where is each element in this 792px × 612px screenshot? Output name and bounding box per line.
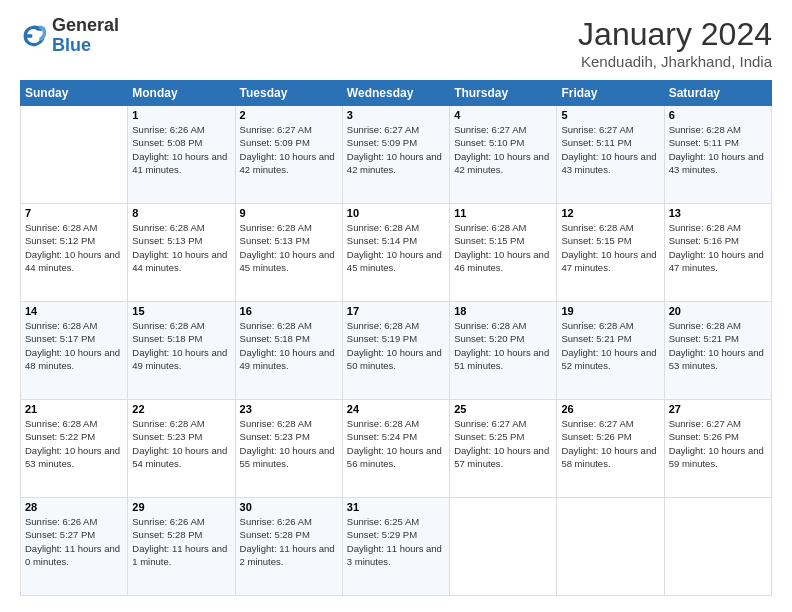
header-row: SundayMondayTuesdayWednesdayThursdayFrid… [21,81,772,106]
day-info: Sunrise: 6:28 AMSunset: 5:24 PMDaylight:… [347,417,445,470]
day-cell [21,106,128,204]
day-number: 11 [454,207,552,219]
day-number: 17 [347,305,445,317]
day-cell: 18Sunrise: 6:28 AMSunset: 5:20 PMDayligh… [450,302,557,400]
day-info: Sunrise: 6:28 AMSunset: 5:21 PMDaylight:… [561,319,659,372]
day-number: 18 [454,305,552,317]
day-info: Sunrise: 6:28 AMSunset: 5:18 PMDaylight:… [132,319,230,372]
day-cell: 16Sunrise: 6:28 AMSunset: 5:18 PMDayligh… [235,302,342,400]
day-number: 22 [132,403,230,415]
day-info: Sunrise: 6:26 AMSunset: 5:28 PMDaylight:… [240,515,338,568]
day-cell: 24Sunrise: 6:28 AMSunset: 5:24 PMDayligh… [342,400,449,498]
day-number: 28 [25,501,123,513]
day-number: 29 [132,501,230,513]
day-number: 21 [25,403,123,415]
day-cell: 12Sunrise: 6:28 AMSunset: 5:15 PMDayligh… [557,204,664,302]
day-info: Sunrise: 6:26 AMSunset: 5:08 PMDaylight:… [132,123,230,176]
day-cell: 1Sunrise: 6:26 AMSunset: 5:08 PMDaylight… [128,106,235,204]
day-cell: 17Sunrise: 6:28 AMSunset: 5:19 PMDayligh… [342,302,449,400]
day-cell: 9Sunrise: 6:28 AMSunset: 5:13 PMDaylight… [235,204,342,302]
day-cell: 15Sunrise: 6:28 AMSunset: 5:18 PMDayligh… [128,302,235,400]
day-number: 24 [347,403,445,415]
day-info: Sunrise: 6:28 AMSunset: 5:16 PMDaylight:… [669,221,767,274]
day-cell: 30Sunrise: 6:26 AMSunset: 5:28 PMDayligh… [235,498,342,596]
col-header-monday: Monday [128,81,235,106]
day-number: 23 [240,403,338,415]
day-cell: 20Sunrise: 6:28 AMSunset: 5:21 PMDayligh… [664,302,771,400]
day-info: Sunrise: 6:27 AMSunset: 5:26 PMDaylight:… [561,417,659,470]
day-cell: 10Sunrise: 6:28 AMSunset: 5:14 PMDayligh… [342,204,449,302]
col-header-sunday: Sunday [21,81,128,106]
day-number: 26 [561,403,659,415]
day-info: Sunrise: 6:28 AMSunset: 5:23 PMDaylight:… [132,417,230,470]
day-number: 14 [25,305,123,317]
week-row-1: 1Sunrise: 6:26 AMSunset: 5:08 PMDaylight… [21,106,772,204]
day-info: Sunrise: 6:28 AMSunset: 5:21 PMDaylight:… [669,319,767,372]
day-number: 16 [240,305,338,317]
day-cell: 19Sunrise: 6:28 AMSunset: 5:21 PMDayligh… [557,302,664,400]
day-number: 27 [669,403,767,415]
col-header-friday: Friday [557,81,664,106]
day-cell: 2Sunrise: 6:27 AMSunset: 5:09 PMDaylight… [235,106,342,204]
day-number: 25 [454,403,552,415]
calendar-title: January 2024 [578,16,772,53]
col-header-saturday: Saturday [664,81,771,106]
day-number: 20 [669,305,767,317]
logo-text: General Blue [52,16,119,56]
day-cell: 11Sunrise: 6:28 AMSunset: 5:15 PMDayligh… [450,204,557,302]
day-info: Sunrise: 6:25 AMSunset: 5:29 PMDaylight:… [347,515,445,568]
day-cell: 27Sunrise: 6:27 AMSunset: 5:26 PMDayligh… [664,400,771,498]
day-number: 31 [347,501,445,513]
col-header-thursday: Thursday [450,81,557,106]
day-number: 2 [240,109,338,121]
day-info: Sunrise: 6:28 AMSunset: 5:11 PMDaylight:… [669,123,767,176]
week-row-5: 28Sunrise: 6:26 AMSunset: 5:27 PMDayligh… [21,498,772,596]
day-cell: 26Sunrise: 6:27 AMSunset: 5:26 PMDayligh… [557,400,664,498]
day-cell: 14Sunrise: 6:28 AMSunset: 5:17 PMDayligh… [21,302,128,400]
day-number: 6 [669,109,767,121]
day-info: Sunrise: 6:26 AMSunset: 5:28 PMDaylight:… [132,515,230,568]
day-info: Sunrise: 6:28 AMSunset: 5:19 PMDaylight:… [347,319,445,372]
day-cell: 31Sunrise: 6:25 AMSunset: 5:29 PMDayligh… [342,498,449,596]
day-number: 8 [132,207,230,219]
day-info: Sunrise: 6:28 AMSunset: 5:18 PMDaylight:… [240,319,338,372]
logo: General Blue [20,16,119,56]
day-info: Sunrise: 6:27 AMSunset: 5:09 PMDaylight:… [347,123,445,176]
day-info: Sunrise: 6:27 AMSunset: 5:25 PMDaylight:… [454,417,552,470]
day-cell: 22Sunrise: 6:28 AMSunset: 5:23 PMDayligh… [128,400,235,498]
day-info: Sunrise: 6:28 AMSunset: 5:13 PMDaylight:… [132,221,230,274]
day-info: Sunrise: 6:28 AMSunset: 5:23 PMDaylight:… [240,417,338,470]
day-cell [557,498,664,596]
logo-line2: Blue [52,36,119,56]
day-number: 5 [561,109,659,121]
day-info: Sunrise: 6:28 AMSunset: 5:22 PMDaylight:… [25,417,123,470]
col-header-tuesday: Tuesday [235,81,342,106]
col-header-wednesday: Wednesday [342,81,449,106]
day-cell: 29Sunrise: 6:26 AMSunset: 5:28 PMDayligh… [128,498,235,596]
title-block: January 2024 Kenduadih, Jharkhand, India [578,16,772,70]
day-info: Sunrise: 6:28 AMSunset: 5:15 PMDaylight:… [561,221,659,274]
day-cell [664,498,771,596]
day-info: Sunrise: 6:28 AMSunset: 5:17 PMDaylight:… [25,319,123,372]
day-info: Sunrise: 6:27 AMSunset: 5:26 PMDaylight:… [669,417,767,470]
day-cell: 21Sunrise: 6:28 AMSunset: 5:22 PMDayligh… [21,400,128,498]
day-number: 7 [25,207,123,219]
day-info: Sunrise: 6:26 AMSunset: 5:27 PMDaylight:… [25,515,123,568]
day-number: 9 [240,207,338,219]
day-cell: 7Sunrise: 6:28 AMSunset: 5:12 PMDaylight… [21,204,128,302]
day-number: 10 [347,207,445,219]
day-number: 15 [132,305,230,317]
logo-icon [20,22,48,50]
calendar-subtitle: Kenduadih, Jharkhand, India [578,53,772,70]
day-cell: 23Sunrise: 6:28 AMSunset: 5:23 PMDayligh… [235,400,342,498]
day-cell: 3Sunrise: 6:27 AMSunset: 5:09 PMDaylight… [342,106,449,204]
day-cell: 4Sunrise: 6:27 AMSunset: 5:10 PMDaylight… [450,106,557,204]
day-cell: 28Sunrise: 6:26 AMSunset: 5:27 PMDayligh… [21,498,128,596]
day-info: Sunrise: 6:27 AMSunset: 5:11 PMDaylight:… [561,123,659,176]
day-info: Sunrise: 6:27 AMSunset: 5:09 PMDaylight:… [240,123,338,176]
week-row-2: 7Sunrise: 6:28 AMSunset: 5:12 PMDaylight… [21,204,772,302]
day-number: 30 [240,501,338,513]
page: General Blue January 2024 Kenduadih, Jha… [0,0,792,612]
day-info: Sunrise: 6:28 AMSunset: 5:13 PMDaylight:… [240,221,338,274]
day-cell: 5Sunrise: 6:27 AMSunset: 5:11 PMDaylight… [557,106,664,204]
